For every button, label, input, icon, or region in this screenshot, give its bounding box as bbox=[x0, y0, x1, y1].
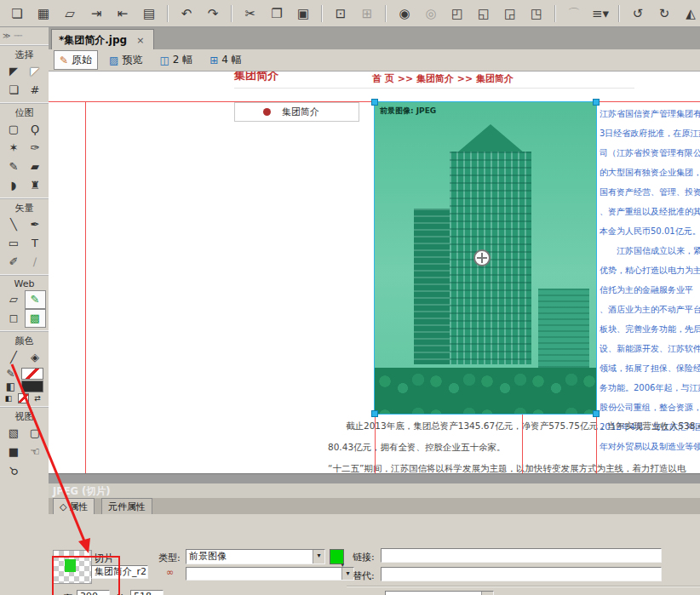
import-icon[interactable]: ⇥ bbox=[88, 5, 105, 22]
undo-icon[interactable]: ↶ bbox=[178, 5, 195, 22]
swap-colors-button[interactable]: ⇄ bbox=[32, 393, 43, 403]
export-settings-dropdown[interactable]: ▾ bbox=[186, 567, 354, 581]
cut-icon[interactable]: ✂ bbox=[242, 5, 259, 22]
zoom-tool[interactable]: ⚲ bbox=[3, 461, 25, 480]
bring-forward-icon[interactable]: ◱ bbox=[475, 5, 492, 22]
export-preview-icon[interactable]: ⊞ bbox=[359, 5, 376, 22]
knife-tool[interactable]: ∕ bbox=[25, 253, 46, 272]
design-breadcrumb: 首 页 >> 集团简介 >> 集团简介 bbox=[372, 72, 514, 85]
properties-panel: JPEG (切片) ◇ 属性 元件属性 切片 集团简介_r2 ⌐ 宽 390 X… bbox=[49, 483, 700, 595]
full-screen-mode-button[interactable]: ■ bbox=[3, 443, 25, 461]
collapse-icon[interactable]: ≫ bbox=[3, 31, 10, 40]
rubber-stamp-tool[interactable]: ♜ bbox=[25, 176, 46, 195]
slice-type-dropdown[interactable]: 前景图像 ▾ bbox=[186, 549, 325, 564]
open-icon[interactable]: ▱ bbox=[61, 5, 78, 22]
chevron-down-icon[interactable]: ▾ bbox=[481, 592, 493, 595]
lasso-tool[interactable]: Ϙ bbox=[25, 120, 46, 139]
blur-tool[interactable]: ◗ bbox=[3, 176, 25, 195]
chevron-down-icon[interactable]: ▾ bbox=[313, 550, 324, 564]
line-tool[interactable]: ╲ bbox=[3, 215, 25, 234]
subselection-tool[interactable]: ◤ bbox=[25, 62, 46, 81]
new-document-icon[interactable]: ❏ bbox=[9, 5, 26, 22]
alt-field[interactable] bbox=[381, 567, 662, 581]
default-colors-button[interactable]: ◧ bbox=[3, 393, 14, 403]
pencil-tool[interactable]: ✎ bbox=[3, 157, 25, 176]
export-icon[interactable]: ⇤ bbox=[114, 5, 131, 22]
eyedropper-tool[interactable]: ╱ bbox=[3, 348, 25, 367]
redo-icon[interactable]: ↷ bbox=[204, 5, 221, 22]
separator[interactable] bbox=[321, 5, 323, 22]
export-area-icon[interactable]: ⊡ bbox=[332, 5, 349, 22]
slice-behavior-handle[interactable] bbox=[473, 249, 491, 266]
tab-properties[interactable]: ◇ 属性 bbox=[53, 498, 95, 514]
freeform-tool[interactable]: ✐ bbox=[3, 253, 25, 272]
separator[interactable] bbox=[618, 5, 620, 22]
separator[interactable] bbox=[167, 5, 169, 22]
save-icon[interactable]: ▦ bbox=[35, 5, 52, 22]
slice-handle-bottom-right[interactable] bbox=[593, 410, 600, 417]
view-2up-button[interactable]: ◫ 2 幅 bbox=[153, 50, 198, 70]
text-line: 江苏省国信资产管理集团有 bbox=[600, 104, 700, 123]
rotate-cw-icon[interactable]: ↻ bbox=[656, 5, 673, 22]
text-line: 司（江苏省投资管理有限公 bbox=[600, 143, 700, 163]
hide-slices-button[interactable]: ◻ bbox=[3, 309, 25, 328]
separator[interactable] bbox=[231, 5, 232, 22]
no-color-button[interactable] bbox=[18, 393, 29, 403]
target-dropdown[interactable]: ▾ bbox=[385, 591, 494, 595]
paint-bucket-tool[interactable]: ◈ bbox=[25, 348, 46, 367]
ungroup-icon[interactable]: ◎ bbox=[422, 5, 439, 22]
x-field[interactable]: 518 bbox=[130, 590, 164, 595]
send-backward-icon[interactable]: ◲ bbox=[502, 5, 519, 22]
view-4up-button[interactable]: ⊞ 4 幅 bbox=[204, 50, 248, 70]
marquee-tool[interactable]: ▢ bbox=[3, 120, 25, 139]
rectangle-tool[interactable]: ▭ bbox=[3, 234, 25, 253]
select-behind-tool[interactable]: ❏ bbox=[3, 81, 25, 100]
chevron-down-icon[interactable]: ▾ bbox=[341, 568, 353, 580]
slice-handle-bottom-left[interactable] bbox=[371, 410, 378, 417]
eraser-tool[interactable]: ▰ bbox=[25, 157, 46, 176]
slice-color-swatch[interactable]: ▾ bbox=[330, 549, 344, 564]
pen-tool[interactable]: ✒ bbox=[25, 215, 46, 234]
tools-section-select: 选择 ◤◤❏# bbox=[0, 44, 49, 100]
join-icon[interactable]: ⌒ bbox=[565, 5, 582, 22]
separator[interactable] bbox=[385, 5, 387, 22]
text-line: 江苏国信成立以来，紧 bbox=[600, 241, 700, 260]
slice-tool[interactable]: ✎ bbox=[25, 290, 46, 309]
text-tool[interactable]: T bbox=[25, 234, 46, 253]
hotspot-tool[interactable]: ▱ bbox=[3, 290, 25, 309]
document-canvas[interactable]: 集团简介 首 页 >> 集团简介 >> 集团简介 集团简介 江苏省国信资产管理集… bbox=[49, 72, 700, 473]
show-slices-button[interactable]: ▩ bbox=[25, 309, 46, 328]
full-screen-with-menus-mode-button[interactable]: ▢ bbox=[25, 424, 46, 443]
standard-screen-mode-button[interactable]: ▧ bbox=[3, 424, 25, 443]
brush-tool[interactable]: ✑ bbox=[25, 139, 46, 157]
separator[interactable] bbox=[554, 5, 556, 22]
slice-handle-top-right[interactable] bbox=[593, 99, 600, 106]
fill-color-well[interactable] bbox=[21, 380, 43, 392]
stroke-color-well[interactable] bbox=[21, 368, 43, 380]
close-tab-icon[interactable]: × bbox=[134, 34, 146, 47]
document-tab[interactable]: *集团简介.jpg × bbox=[51, 29, 154, 50]
link-field[interactable] bbox=[381, 548, 662, 563]
collapse-diamond-icon[interactable]: ◇ bbox=[60, 501, 66, 512]
align-icon[interactable]: ≡▾ bbox=[592, 5, 609, 22]
slice-handle-top-left[interactable] bbox=[371, 99, 378, 106]
group-icon[interactable]: ◉ bbox=[396, 5, 413, 22]
text-line: 、酒店业为主的不动产平台 bbox=[600, 300, 700, 319]
paste-icon[interactable]: ▣ bbox=[295, 5, 312, 22]
bring-to-front-icon[interactable]: ◰ bbox=[449, 5, 466, 22]
send-to-back-icon[interactable]: ◳ bbox=[528, 5, 545, 22]
print-icon[interactable]: ▤ bbox=[141, 5, 158, 22]
copy-icon[interactable]: ❐ bbox=[268, 5, 285, 22]
tools-section-bitmap: 位图 ▢Ϙ✶✑✎▰◗♜ bbox=[0, 102, 49, 195]
view-original-button[interactable]: ✎ 原始 bbox=[54, 50, 98, 70]
crop-tool[interactable]: # bbox=[25, 81, 46, 100]
hand-tool[interactable]: ☜ bbox=[25, 443, 46, 461]
magic-wand-tool[interactable]: ✶ bbox=[3, 139, 25, 157]
tools-panel-header[interactable]: ≫ ┉┉ bbox=[0, 27, 49, 44]
view-preview-button[interactable]: ▨ 预览 bbox=[103, 50, 148, 70]
design-menu-item: 集团简介 bbox=[234, 102, 359, 122]
tab-symbol-properties[interactable]: 元件属性 bbox=[101, 498, 152, 514]
rotate-ccw-icon[interactable]: ↺ bbox=[629, 5, 646, 22]
pointer-tool[interactable]: ◤ bbox=[3, 62, 25, 81]
flip-horizontal-icon[interactable]: ◭ bbox=[682, 5, 699, 22]
